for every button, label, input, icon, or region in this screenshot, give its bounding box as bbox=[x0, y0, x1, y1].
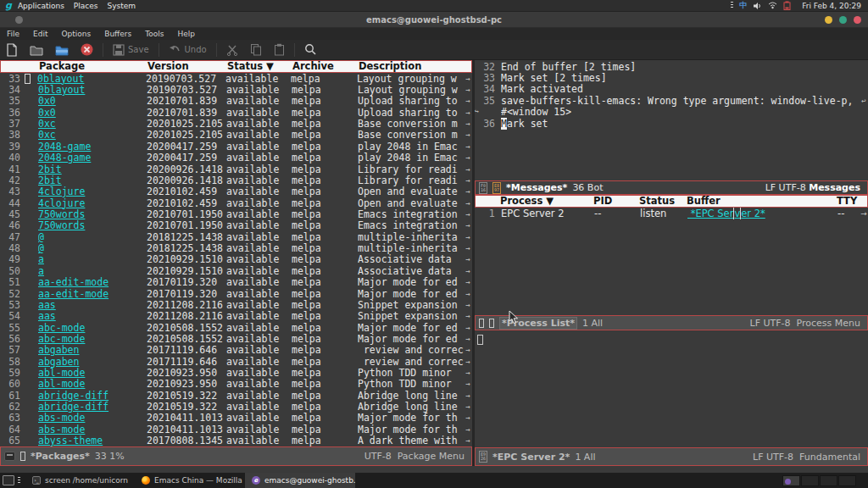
col-version[interactable]: Version bbox=[147, 61, 227, 72]
package-link[interactable]: @ bbox=[38, 242, 147, 254]
package-link[interactable]: abgaben bbox=[38, 344, 147, 356]
package-row[interactable]: 60abl-mode20210923.950availablemelpaPyth… bbox=[0, 379, 472, 390]
package-link[interactable]: 4clojure bbox=[38, 186, 147, 197]
col-buffer[interactable]: Buffer bbox=[687, 196, 837, 207]
package-row[interactable]: 61abridge-diff20210519.322availablemelpa… bbox=[0, 390, 472, 401]
package-row[interactable]: 370xc20201025.2105availablemelpaBase con… bbox=[0, 118, 472, 129]
col-pid[interactable]: PID bbox=[593, 196, 639, 207]
col-status[interactable]: Status bbox=[639, 196, 687, 207]
cut-button[interactable] bbox=[220, 40, 244, 60]
menu-file[interactable]: File bbox=[0, 30, 26, 38]
package-row[interactable]: 63abs-mode20210411.1013availablemelpaMaj… bbox=[0, 413, 472, 424]
package-row[interactable]: 422bit20200926.1418availablemelpaLibrary… bbox=[0, 175, 472, 186]
package-link[interactable]: abs-mode bbox=[38, 412, 147, 424]
package-link[interactable]: 0x0 bbox=[38, 107, 147, 119]
package-link[interactable]: 4clojure bbox=[38, 197, 147, 209]
package-row[interactable]: 47@20181225.1438availablemelpamultiple-i… bbox=[0, 231, 472, 242]
messages-window[interactable]: 32End of buffer [2 times]33Mark set [2 t… bbox=[475, 60, 868, 180]
package-row[interactable]: 54aas20211208.2116availablemelpaSnippet … bbox=[0, 311, 472, 322]
package-link[interactable]: abl-mode bbox=[38, 378, 147, 390]
volume-icon[interactable] bbox=[753, 2, 762, 10]
package-link[interactable]: 750words bbox=[38, 219, 147, 231]
menu-help[interactable]: Help bbox=[170, 30, 202, 38]
package-link[interactable]: aas bbox=[38, 299, 147, 311]
dired-button[interactable] bbox=[49, 40, 75, 60]
package-link[interactable]: aas bbox=[38, 310, 147, 322]
workspace-3[interactable] bbox=[820, 475, 837, 486]
copy-button[interactable] bbox=[244, 40, 268, 60]
package-row[interactable]: 57abgaben20171119.646availablemelpa revi… bbox=[0, 345, 472, 356]
package-link[interactable]: aa-edit-mode bbox=[38, 276, 147, 288]
package-row[interactable]: 56abc-mode20210508.1552availablemelpaMaj… bbox=[0, 333, 472, 344]
search-button[interactable] bbox=[298, 40, 323, 60]
package-row[interactable]: 64abs-mode20210411.1013availablemelpaMaj… bbox=[0, 424, 472, 435]
workspace-2[interactable] bbox=[801, 475, 819, 486]
buffer-name[interactable]: *Packages* bbox=[31, 451, 90, 462]
col-status[interactable]: Status ▼ bbox=[227, 61, 292, 72]
package-row[interactable]: 444clojure20210102.459availablemelpaOpen… bbox=[0, 197, 472, 208]
kill-buffer-button[interactable] bbox=[75, 40, 99, 60]
package-link[interactable]: 0xc bbox=[38, 129, 147, 141]
network-wifi-icon[interactable] bbox=[768, 2, 777, 9]
menu-system[interactable]: System bbox=[107, 2, 136, 10]
notification-grip-icon[interactable] bbox=[731, 2, 733, 9]
package-row[interactable]: 59abl-mode20210923.950availablemelpaPyth… bbox=[0, 367, 472, 378]
open-file-button[interactable] bbox=[24, 40, 49, 60]
taskbar-item[interactable]: ›_screen /home/unicorn bbox=[25, 473, 135, 488]
package-row[interactable]: 48@20181225.1438availablemelpamultiple-i… bbox=[0, 242, 472, 253]
workspace-switcher[interactable] bbox=[782, 475, 856, 486]
modeline-mode[interactable]: Messages bbox=[809, 182, 860, 193]
col-tty[interactable]: TTY bbox=[837, 196, 857, 207]
package-link[interactable]: 0x0 bbox=[38, 95, 147, 107]
undo-button[interactable]: Undo bbox=[163, 40, 213, 60]
show-desktop-button[interactable] bbox=[3, 475, 14, 485]
col-package[interactable]: Package bbox=[39, 61, 147, 72]
package-row[interactable]: 412bit20200926.1418availablemelpaLibrary… bbox=[0, 164, 472, 175]
package-row[interactable]: 55abc-mode20210508.1552availablemelpaMaj… bbox=[0, 322, 472, 333]
package-row[interactable]: 58abgaben20171119.646availablemelpa revi… bbox=[0, 356, 472, 367]
process-row[interactable]: 1 EPC Server 2 -- listen *EPC Server 2* … bbox=[475, 208, 868, 219]
package-link[interactable]: abyss-theme bbox=[38, 435, 147, 446]
package-link[interactable]: abridge-diff bbox=[38, 390, 147, 402]
package-link[interactable]: @ bbox=[38, 231, 147, 243]
package-row[interactable]: 49a20210929.1510availablemelpaAssociativ… bbox=[0, 254, 472, 265]
col-archive[interactable]: Archive bbox=[292, 61, 359, 72]
package-link[interactable]: 0xc bbox=[38, 118, 147, 130]
packages-modeline[interactable]: *Packages* 33 1% UTF-8 Package Menu bbox=[0, 446, 472, 466]
package-link[interactable]: abl-mode bbox=[38, 367, 147, 379]
ghostbsd-logo-icon[interactable]: g bbox=[5, 2, 12, 10]
package-link[interactable]: abgaben bbox=[38, 356, 147, 368]
package-link[interactable]: 750words bbox=[38, 208, 147, 220]
process-header-line[interactable]: Process ▼ PID Status Buffer TTY bbox=[475, 195, 868, 208]
menu-edit[interactable]: Edit bbox=[26, 30, 54, 38]
buffer-link[interactable]: *EPC Server 2* bbox=[687, 208, 765, 219]
package-list[interactable]: 330blayout20190703.527availablemelpaLayo… bbox=[0, 73, 472, 446]
epc-modeline[interactable]: E9 26 *EPC Server 2* 1 All LF UTF-8 Fund… bbox=[475, 447, 868, 466]
package-row[interactable]: 434clojure20210102.459availablemelpaOpen… bbox=[0, 186, 472, 197]
process-list-modeline[interactable]: *Process List* 1 All LF UTF-8 Process Me… bbox=[475, 315, 868, 330]
package-link[interactable]: a bbox=[38, 265, 147, 277]
menu-buffers[interactable]: Buffers bbox=[97, 30, 138, 38]
save-button[interactable]: Save bbox=[107, 40, 155, 60]
package-link[interactable]: abc-mode bbox=[38, 322, 147, 334]
package-row[interactable]: 53aas20211208.2116availablemelpaSnippet … bbox=[0, 299, 472, 310]
package-link[interactable]: 2048-game bbox=[38, 141, 147, 152]
package-row[interactable]: 62abridge-diff20210519.322availablemelpa… bbox=[0, 401, 472, 412]
menu-options[interactable]: Options bbox=[55, 30, 98, 38]
new-file-button[interactable] bbox=[0, 40, 24, 60]
package-link[interactable]: aa-edit-mode bbox=[38, 288, 147, 300]
input-method-icon[interactable]: 中 bbox=[739, 0, 747, 11]
workspace-1[interactable] bbox=[782, 475, 800, 486]
package-link[interactable]: 2048-game bbox=[38, 152, 147, 164]
menu-applications[interactable]: Applications bbox=[18, 2, 64, 10]
menu-places[interactable]: Places bbox=[74, 2, 98, 10]
package-link[interactable]: abs-mode bbox=[38, 424, 147, 435]
package-row[interactable]: 350x020210701.839availablemelpaUpload sh… bbox=[0, 96, 472, 107]
package-link[interactable]: 2bit bbox=[38, 175, 147, 186]
modeline-mode[interactable]: LF UTF-8 Fundamental bbox=[753, 452, 860, 463]
package-row[interactable]: 52aa-edit-mode20170119.320availablemelpa… bbox=[0, 288, 472, 299]
package-link[interactable]: 0blayout bbox=[38, 84, 147, 96]
col-process[interactable]: Process ▼ bbox=[500, 196, 593, 207]
messages-modeline[interactable]: F0 16 E8 97 *Messages* 36 Bot LF UTF-8 M… bbox=[475, 180, 868, 195]
modeline-mode[interactable]: UTF-8 Package Menu bbox=[364, 451, 465, 462]
